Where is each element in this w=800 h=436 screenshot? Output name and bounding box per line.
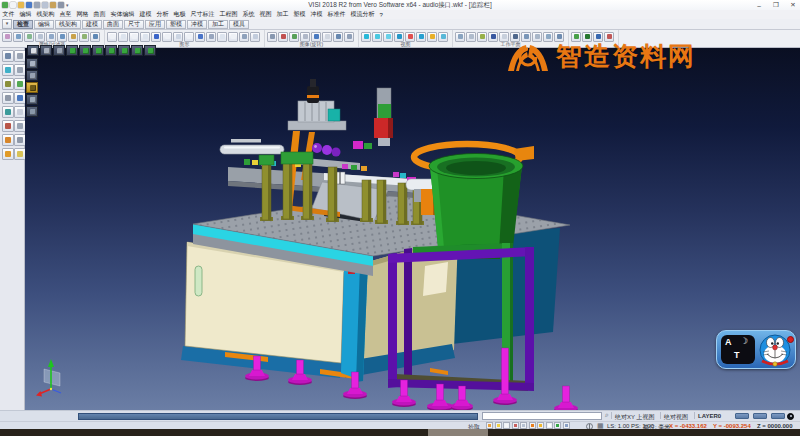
iso-view-icon[interactable] [66,45,78,56]
menu-item-2[interactable]: 线架构 [34,10,57,19]
perpendicular-snap-icon[interactable] [537,422,544,429]
toolbar-icon-1-9[interactable] [206,32,216,42]
toolbar-icon-4-1[interactable] [466,32,476,42]
tangent-snap-icon[interactable] [529,422,536,429]
endpoint-snap-icon[interactable] [486,422,493,429]
toolbar-icon-0-8[interactable] [90,32,100,42]
front-view-icon[interactable] [92,45,104,56]
measure-icon[interactable] [2,78,14,90]
nearest-snap-icon[interactable] [554,422,561,429]
toolbar-icon-2-1[interactable] [278,32,288,42]
open-file-icon[interactable] [18,2,24,8]
node-snap-icon[interactable] [546,422,553,429]
app-logo-icon[interactable] [2,2,8,8]
center-snap-icon[interactable] [503,422,510,429]
select-icon[interactable] [2,50,14,62]
layer-indicator[interactable]: LAYER0 [698,413,721,419]
menu-item-3[interactable]: 点至 [57,10,74,19]
toolbar-icon-3-6[interactable] [427,32,437,42]
new-file-icon[interactable] [10,2,16,8]
hidden-line-icon[interactable] [53,45,65,56]
tab-9[interactable]: 加工 [208,20,228,29]
tab-1[interactable]: 编辑 [34,20,54,29]
midpoint-snap-icon[interactable] [495,422,502,429]
toolbar-icon-2-6[interactable] [333,32,343,42]
layers-icon[interactable] [2,134,14,146]
toolbar-icon-0-7[interactable] [79,32,89,42]
pencil-icon[interactable] [2,92,14,104]
zoom-window-icon[interactable] [26,70,38,81]
toolbar-icon-1-5[interactable] [162,32,172,42]
toolbar-icon-0-2[interactable] [24,32,34,42]
toolbar-icon-2-0[interactable] [267,32,277,42]
grid-icon[interactable] [2,148,14,160]
menu-item-19[interactable]: ? [377,12,385,18]
menu-item-5[interactable]: 曲面 [91,10,108,19]
toolbar-icon-0-4[interactable] [46,32,56,42]
toolbar-icon-1-8[interactable] [195,32,205,42]
menu-item-4[interactable]: 网格 [74,10,91,19]
minimize-icon[interactable]: – [755,2,763,9]
doraemon-widget[interactable]: A ☽ T [716,330,796,369]
status-chip-2[interactable] [753,413,767,419]
toolbar-icon-1-4[interactable] [151,32,161,42]
wire-mode-icon[interactable] [40,45,52,56]
toolbar-icon-1-12[interactable] [239,32,249,42]
search-icon[interactable]: ⌕ [605,411,609,419]
toolbar-icon-2-5[interactable] [322,32,332,42]
menu-item-9[interactable]: 电极 [171,10,188,19]
menu-item-0[interactable]: 文件 [0,10,17,19]
erase-icon[interactable] [2,120,14,132]
toolbar-icon-4-3[interactable] [488,32,498,42]
viewport-3d-model[interactable] [25,48,800,410]
toolbar-icon-3-7[interactable] [438,32,448,42]
toolbar-icon-0-3[interactable] [35,32,45,42]
tab-7[interactable]: 塑模 [166,20,186,29]
menu-item-18[interactable]: 模流分析 [348,10,377,19]
tab-3[interactable]: 建模 [82,20,102,29]
left-view-icon[interactable] [118,45,130,56]
menu-item-12[interactable]: 系统 [240,10,257,19]
menu-item-17[interactable]: 标准件 [325,10,348,19]
toolbar-icon-2-4[interactable] [311,32,321,42]
toolbar-icon-2-3[interactable] [300,32,310,42]
status-chip-3[interactable] [771,413,785,419]
close-icon[interactable]: ✕ [789,1,797,9]
menu-item-13[interactable]: 视图 [257,10,274,19]
settings-icon[interactable] [58,2,64,8]
menu-item-11[interactable]: 工程图 [217,10,240,19]
toolbar-icon-1-2[interactable] [129,32,139,42]
menu-item-10[interactable]: 尺寸标注 [188,10,217,19]
toolbar-icon-3-4[interactable] [405,32,415,42]
bottom-view-icon[interactable] [144,45,156,56]
dynamic-rotate-icon[interactable] [26,82,38,93]
toolbar-icon-4-2[interactable] [477,32,487,42]
stamp-icon[interactable] [50,2,56,8]
rotate-icon[interactable] [2,106,14,118]
toolbar-icon-3-5[interactable] [416,32,426,42]
quadrant-snap-icon[interactable] [520,422,527,429]
back-view-icon[interactable] [105,45,117,56]
tab-2[interactable]: 线架构 [55,20,81,29]
menu-item-8[interactable]: 分析 [154,10,171,19]
command-search-input[interactable] [482,412,602,420]
shade-mode-icon[interactable] [27,45,39,56]
toolbar-icon-3-3[interactable] [394,32,404,42]
toolbar-icon-1-3[interactable] [140,32,150,42]
menu-item-16[interactable]: 冲模 [308,10,325,19]
tab-6[interactable]: 应用 [145,20,165,29]
toolbar-icon-1-1[interactable] [118,32,128,42]
menu-item-1[interactable]: 编辑 [17,10,34,19]
toolbar-icon-3-2[interactable] [383,32,393,42]
toolbar-icon-1-13[interactable] [250,32,260,42]
menu-item-7[interactable]: 建模 [137,10,154,19]
toolbar-icon-1-10[interactable] [217,32,227,42]
save-file-icon[interactable] [26,2,32,8]
toolbar-icon-2-2[interactable] [289,32,299,42]
toolbar-icon-0-1[interactable] [13,32,23,42]
toolbar-icon-0-5[interactable] [57,32,67,42]
toolbar-icon-1-0[interactable] [107,32,117,42]
top-view-icon[interactable] [79,45,91,56]
toolbar-icon-1-11[interactable] [228,32,238,42]
toolbar-icon-0-6[interactable] [68,32,78,42]
